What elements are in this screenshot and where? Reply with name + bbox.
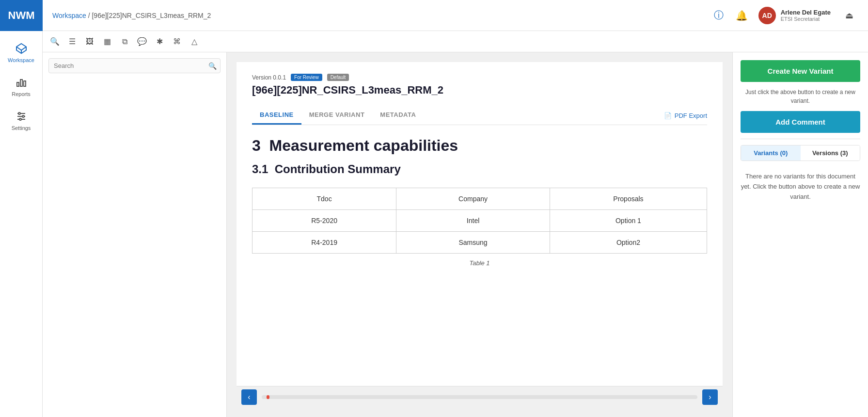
cell-proposals-2: Option2 <box>550 232 707 254</box>
breadcrumb-workspace-link[interactable]: Workspace <box>52 12 86 19</box>
power-icon[interactable]: ⏏ <box>840 10 858 21</box>
bottom-nav: ‹ › <box>237 386 723 407</box>
badge-for-review: For Review <box>291 74 322 81</box>
tab-versions[interactable]: Versions (3) <box>801 145 860 160</box>
badge-default: Default <box>327 74 349 81</box>
contribution-table: Tdoc Company Proposals R5-2020 Intel Opt… <box>252 188 707 254</box>
next-arrow-button[interactable]: › <box>702 389 718 405</box>
document-area: Version 0.0.1 For Review Default [96e][2… <box>227 52 732 417</box>
document-tabs: BASELINE MERGE VARIANT METADATA 📄 PDF Ex… <box>252 106 707 125</box>
user-name: Arlene Del Egate <box>781 9 831 16</box>
document-card: Version 0.0.1 For Review Default [96e][2… <box>237 62 723 386</box>
sidebar-workspace-label: Workspace <box>8 57 34 63</box>
pdf-export-button[interactable]: 📄 PDF Export <box>664 108 707 123</box>
table-caption: Table 1 <box>252 259 707 267</box>
toolbar-grid-icon[interactable]: ⌘ <box>170 34 184 49</box>
subsection-number: 3.1 <box>252 162 268 176</box>
svg-rect-1 <box>17 82 19 86</box>
cell-company-1: Intel <box>396 210 550 232</box>
tab-merge-variant[interactable]: MERGE VARIANT <box>301 106 373 125</box>
toolbar-list-icon[interactable]: ☰ <box>65 34 79 49</box>
left-sidebar: Workspace Reports Settings <box>0 31 43 417</box>
top-header: NWM Workspace / [96e][225]NR_CSIRS_L3mea… <box>0 0 868 31</box>
toolbar-asterisk-icon[interactable]: ✱ <box>152 34 167 49</box>
cell-tdoc-1: R5-2020 <box>253 210 396 232</box>
app-logo: NWM <box>0 0 43 31</box>
help-icon[interactable]: ⓘ <box>712 9 726 22</box>
tab-baseline[interactable]: BASELINE <box>252 106 301 125</box>
layers-icon <box>16 43 27 54</box>
svg-rect-2 <box>20 80 22 86</box>
cell-proposals-1: Option 1 <box>550 210 707 232</box>
avatar: AD <box>758 7 776 24</box>
document-title: [96e][225]NR_CSIRS_L3meas_RRM_2 <box>252 84 707 96</box>
breadcrumb-doc: [96e][225]NR_CSIRS_L3meas_RRM_2 <box>92 12 211 19</box>
version-line: Version 0.0.1 For Review Default <box>252 74 707 81</box>
toolbar-search-icon[interactable]: 🔍 <box>47 34 62 49</box>
scroll-thumb <box>267 395 269 399</box>
sidebar-settings-label: Settings <box>12 125 31 131</box>
cell-company-2: Samsung <box>396 232 550 254</box>
create-variant-hint: Just click the above button to create a … <box>741 88 860 105</box>
right-panel: Create New Variant Just click the above … <box>732 52 868 417</box>
notification-icon[interactable]: 🔔 <box>735 9 749 22</box>
sliders-icon <box>16 111 27 122</box>
create-variant-button[interactable]: Create New Variant <box>741 60 860 82</box>
toolbar-warning-icon[interactable]: △ <box>187 34 202 49</box>
pdf-export-label: PDF Export <box>675 112 707 119</box>
content-wrapper: 🔍 Version 0.0.1 For Review Default [96e]… <box>43 52 868 417</box>
search-input[interactable] <box>48 58 221 73</box>
svg-point-9 <box>19 118 21 120</box>
table-row: R5-2020 Intel Option 1 <box>253 210 707 232</box>
scroll-track[interactable] <box>262 395 697 399</box>
version-label: Version 0.0.1 <box>252 74 286 81</box>
user-info: Arlene Del Egate ETSI Secretariat <box>781 9 831 22</box>
toolbar-image-icon[interactable]: 🖼 <box>82 34 97 49</box>
sidebar-item-settings[interactable]: Settings <box>0 104 42 138</box>
right-panel-divider <box>741 139 860 139</box>
prev-arrow-button[interactable]: ‹ <box>241 389 257 405</box>
variants-tabs: Variants (0) Versions (3) <box>741 145 860 161</box>
section-number: 3 <box>252 137 261 154</box>
search-input-icon: 🔍 <box>208 62 217 70</box>
subsection-heading: 3.1 Contribution Summary <box>252 162 707 176</box>
toolbar: 🔍 ☰ 🖼 ▦ ⧉ 💬 ✱ ⌘ △ <box>43 31 868 52</box>
sidebar-item-workspace[interactable]: Workspace <box>0 36 42 70</box>
user-area[interactable]: AD Arlene Del Egate ETSI Secretariat <box>758 7 831 24</box>
table-row: R4-2019 Samsung Option2 <box>253 232 707 254</box>
panel-left: 🔍 <box>43 52 227 417</box>
bar-chart-icon <box>16 77 27 88</box>
header-actions: ⓘ 🔔 AD Arlene Del Egate ETSI Secretariat… <box>712 7 868 24</box>
search-box: 🔍 <box>48 58 221 73</box>
tab-metadata[interactable]: METADATA <box>372 106 424 125</box>
user-role: ETSI Secretariat <box>781 16 831 22</box>
sidebar-item-reports[interactable]: Reports <box>0 70 42 104</box>
subsection-title: Contribution Summary <box>275 162 401 176</box>
col-proposals-header: Proposals <box>550 188 707 210</box>
cell-tdoc-2: R4-2019 <box>253 232 396 254</box>
pdf-icon: 📄 <box>664 112 672 119</box>
table-header-row: Tdoc Company Proposals <box>253 188 707 210</box>
toolbar-copy-icon[interactable]: ⧉ <box>117 34 132 49</box>
svg-rect-3 <box>24 81 26 86</box>
add-comment-button[interactable]: Add Comment <box>741 111 860 133</box>
main-layout: Workspace Reports Settings � <box>0 31 868 417</box>
sidebar-reports-label: Reports <box>12 91 31 97</box>
breadcrumb: Workspace / [96e][225]NR_CSIRS_L3meas_RR… <box>43 12 712 19</box>
toolbar-table-icon[interactable]: ▦ <box>100 34 114 49</box>
tab-variants[interactable]: Variants (0) <box>741 145 801 160</box>
col-company-header: Company <box>396 188 550 210</box>
toolbar-comment-icon[interactable]: 💬 <box>135 34 149 49</box>
section-title: Measurement capabilities <box>269 137 458 154</box>
section-heading: 3 Measurement capabilities <box>252 137 707 155</box>
svg-point-8 <box>22 115 24 117</box>
svg-point-7 <box>18 112 20 114</box>
no-variants-text: There are no variants for this document … <box>741 167 860 207</box>
col-tdoc-header: Tdoc <box>253 188 396 210</box>
